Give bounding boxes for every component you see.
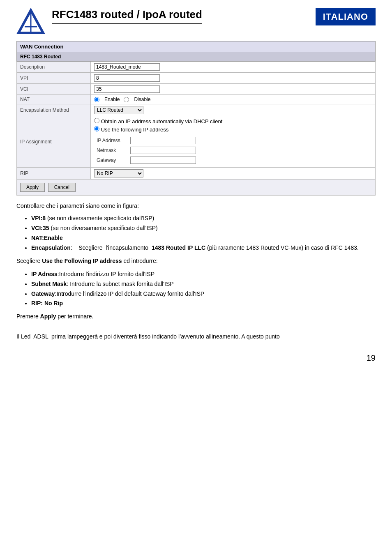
ip-static-row: Use the following IP address [94, 126, 372, 133]
nat-label: NAT [17, 95, 91, 104]
nat-disable-radio[interactable] [124, 97, 129, 102]
vci-cell [91, 84, 376, 95]
wan-connection-table: WAN Connection RFC 1483 Routed Descripti… [16, 41, 376, 196]
rip-label: RIP [17, 168, 91, 180]
adsl-note: Il Led ADSL prima lampeggerà e poi diven… [16, 332, 376, 341]
bullet-rest: : Introdurre la subnet mask fornita dall… [67, 281, 173, 287]
ip-dhcp-row: Obtain an IP address automatically via D… [94, 118, 372, 124]
vpi-input[interactable] [94, 74, 160, 82]
ip-assignment-cell: Obtain an IP address automatically via D… [91, 116, 376, 168]
table-row: NAT Enable Disable [17, 95, 376, 104]
encap-cell: LLC Routed VC Mux [91, 104, 376, 116]
table-row: Netmask [95, 146, 371, 155]
ip-dhcp-radio[interactable] [94, 118, 99, 123]
ip-fields-table: IP Address Netmask Gateway [94, 135, 372, 166]
ip-address-label: IP Address [95, 136, 128, 145]
rip-select[interactable]: No RIP RIP v1 RIP v2 [94, 169, 143, 177]
bullet-bold: VPI:8 [31, 215, 46, 221]
apply-note: Premere Apply per terminare. [16, 312, 376, 321]
list-item: VCI:35 (se non diversamente specificato … [31, 223, 376, 233]
page-number: 19 [16, 353, 376, 363]
ip-assignment-label: IP Assignment [17, 116, 91, 168]
ip-static-label: Use the following IP address [101, 127, 169, 133]
table-row: RIP No RIP RIP v1 RIP v2 [17, 168, 376, 180]
cancel-button[interactable]: Cancel [48, 183, 76, 192]
table-row: Description [17, 62, 376, 73]
bullet-rest: (se non diversamente specificato dall'IS… [46, 215, 154, 221]
gateway-cell [129, 156, 371, 165]
list-item: Encapsulation: Scegliere l'incapsulament… [31, 243, 376, 253]
table-row: VPI [17, 73, 376, 84]
netmask-cell [129, 146, 371, 155]
vpi-label: VPI [17, 73, 91, 84]
list-item: Subnet Mask: Introdurre la subnet mask f… [31, 279, 376, 289]
nat-enable-radio[interactable] [94, 97, 99, 102]
bullet-rest: :Introdurre l'indirizzo IP del default G… [55, 290, 205, 297]
ip-bullets: IP Adress:Introdurre l'indirizzo IP forn… [16, 269, 376, 309]
ip-intro-text: Scegliere Use the Following IP address e… [16, 256, 376, 265]
nat-disable-label: Disable [134, 97, 150, 102]
apply-button[interactable]: Apply [20, 183, 45, 192]
bullet-bold: Gateway [31, 290, 55, 297]
nat-cell: Enable Disable [91, 95, 376, 104]
bullet-rest: : Scegliere l'incapsulamento 1483 Routed… [71, 244, 359, 251]
vpi-cell [91, 73, 376, 84]
page-title: RFC1483 routed / IpoA routed [52, 8, 202, 24]
list-item: Gateway:Introdurre l'indirizzo IP del de… [31, 289, 376, 299]
bullet-bold: Encapsulation [31, 244, 71, 251]
apply-note-bold: Apply [40, 313, 56, 320]
ip-dhcp-label: Obtain an IP address automatically via D… [101, 118, 223, 124]
table-row: IP Address [95, 136, 371, 145]
vci-label: VCI [17, 84, 91, 95]
vci-input[interactable] [94, 85, 160, 93]
gateway-label: Gateway [95, 156, 128, 165]
bullet-bold: NAT:Enable [31, 235, 63, 241]
table-row: Gateway [95, 156, 371, 165]
description-label: Description [17, 62, 91, 73]
description-input[interactable] [94, 63, 160, 71]
list-item: NAT:Enable [31, 233, 376, 243]
netmask-input[interactable] [130, 147, 196, 154]
bullet-rest: (se non diversamente specificato dall'IS… [49, 225, 158, 231]
list-item: VPI:8 (se non diversamente specificato d… [31, 214, 376, 223]
nat-enable-label: Enable [104, 97, 120, 102]
ip-address-cell [129, 136, 371, 145]
rip-cell: No RIP RIP v1 RIP v2 [91, 168, 376, 180]
bullet-rest: :Introdurre l'indirizzo IP fornito dall'… [58, 271, 154, 277]
bullet-bold: Subnet Mask [31, 281, 67, 287]
main-bullets: VPI:8 (se non diversamente specificato d… [16, 214, 376, 253]
table-row: IP Assignment Obtain an IP address autom… [17, 116, 376, 168]
encap-label: Encapsulation Method [17, 104, 91, 116]
logo-icon [16, 8, 45, 37]
ip-static-radio[interactable] [94, 126, 99, 131]
table-row-buttons: Apply Cancel [17, 180, 376, 196]
list-item: RIP: No Rip [31, 299, 376, 309]
list-item: IP Adress:Introdurre l'indirizzo IP forn… [31, 269, 376, 279]
language-badge: ITALIANO [316, 8, 376, 25]
netmask-label: Netmask [95, 146, 128, 155]
ip-intro-bold: Use the Following IP address [42, 258, 122, 264]
description-cell [91, 62, 376, 73]
wan-section-header: WAN Connection [17, 41, 376, 52]
wan-subsection-header: RFC 1483 Routed [17, 52, 376, 62]
ip-address-input[interactable] [130, 137, 196, 144]
page-header: RFC1483 routed / IpoA routed ITALIANO [16, 8, 376, 37]
nat-radio-group: Enable Disable [94, 97, 372, 102]
buttons-cell: Apply Cancel [17, 180, 376, 196]
bullet-bold: IP Adress [31, 271, 58, 277]
encap-select[interactable]: LLC Routed VC Mux [94, 106, 143, 114]
table-row: Encapsulation Method LLC Routed VC Mux [17, 104, 376, 116]
gateway-input[interactable] [130, 157, 196, 164]
bullet-bold: RIP: No Rip [31, 300, 63, 306]
table-row: VCI [17, 84, 376, 95]
bullet-bold: VCI:35 [31, 225, 49, 231]
intro-text: Controllare che i parametri siano come i… [16, 201, 376, 210]
